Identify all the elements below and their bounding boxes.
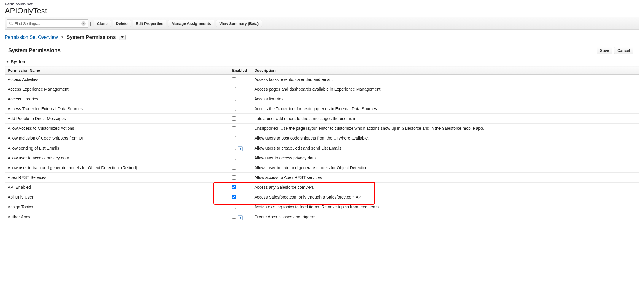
group-label: System xyxy=(11,59,26,64)
cancel-button[interactable]: Cancel xyxy=(614,47,633,54)
table-row: Api Only UserAccess Salesforce.com only … xyxy=(5,192,639,202)
clone-button[interactable]: Clone xyxy=(94,20,111,27)
clear-search-icon[interactable]: ✕ xyxy=(81,21,86,26)
permission-checkbox[interactable] xyxy=(232,107,236,111)
permission-description-cell: Assign existing topics to feed items. Re… xyxy=(251,202,639,212)
section-header: System Permissions Save Cancel xyxy=(5,47,639,57)
permission-checkbox[interactable] xyxy=(232,136,236,140)
view-summary-button[interactable]: View Summary (Beta) xyxy=(216,20,262,27)
permission-description-cell: Access any Salesforce.com API. xyxy=(251,183,639,192)
search-icon xyxy=(9,21,13,25)
search-input[interactable] xyxy=(13,21,81,26)
permission-checkbox[interactable] xyxy=(232,77,236,81)
table-row: Apex REST ServicesAllow access to Apex R… xyxy=(5,173,639,183)
collapse-icon xyxy=(6,60,9,63)
permission-name-cell: Allow sending of List Emails xyxy=(5,143,228,153)
save-button[interactable]: Save xyxy=(597,47,612,54)
permission-enabled-cell: i xyxy=(228,212,251,222)
permission-description-cell: Access tasks, events, calendar, and emai… xyxy=(251,75,639,84)
permission-name-cell: API Enabled xyxy=(5,183,228,192)
permission-checkbox[interactable] xyxy=(232,146,236,150)
permission-checkbox[interactable] xyxy=(232,166,236,170)
delete-button[interactable]: Delete xyxy=(113,20,131,27)
permission-enabled-cell xyxy=(228,192,251,202)
permission-checkbox[interactable] xyxy=(232,87,236,91)
breadcrumb: Permission Set Overview > System Permiss… xyxy=(5,30,639,43)
table-row: Author ApexiCreate Apex classes and trig… xyxy=(5,212,639,222)
permission-description-cell: Access libraries. xyxy=(251,94,639,104)
permission-description-cell: Allow users to post code snippets from t… xyxy=(251,133,639,143)
permission-enabled-cell xyxy=(228,114,251,124)
col-description: Description xyxy=(251,66,639,75)
breadcrumb-overview-link[interactable]: Permission Set Overview xyxy=(5,35,58,40)
group-header-system[interactable]: System xyxy=(5,57,639,66)
permission-checkbox[interactable] xyxy=(232,116,236,121)
breadcrumb-separator: > xyxy=(61,35,63,40)
info-icon[interactable]: i xyxy=(238,146,243,151)
permission-checkbox[interactable] xyxy=(232,185,236,189)
table-row: Add People to Direct MessagesLets a user… xyxy=(5,114,639,124)
permission-name-cell: Api Only User xyxy=(5,192,228,202)
permission-checkbox[interactable] xyxy=(232,195,236,199)
table-row: Access Tracer for External Data SourcesA… xyxy=(5,104,639,114)
table-row: Allow Inclusion of Code Snippets from UI… xyxy=(5,133,639,143)
table-row: Allow user to train and generate models … xyxy=(5,163,639,173)
permission-description-cell: Allow user to access privacy data. xyxy=(251,153,639,163)
permission-description-cell: Unsupported. Use the page layout editor … xyxy=(251,124,639,133)
permission-enabled-cell xyxy=(228,173,251,183)
object-label: Permission Set xyxy=(5,2,639,6)
permission-enabled-cell xyxy=(228,94,251,104)
permission-enabled-cell xyxy=(228,84,251,94)
permission-description-cell: Access pages and dashboards available in… xyxy=(251,84,639,94)
permission-description-cell: Allow users to create, edit and send Lis… xyxy=(251,143,639,153)
permission-name-cell: Allow Access to Customized Actions xyxy=(5,124,228,133)
permission-name-cell: Allow user to train and generate models … xyxy=(5,163,228,173)
edit-properties-button[interactable]: Edit Properties xyxy=(133,20,166,27)
table-row: API EnabledAccess any Salesforce.com API… xyxy=(5,183,639,192)
permission-description-cell: Access the Tracer tool for testing queri… xyxy=(251,104,639,114)
manage-assignments-button[interactable]: Manage Assignments xyxy=(168,20,214,27)
table-row: Assign TopicsAssign existing topics to f… xyxy=(5,202,639,212)
permission-enabled-cell xyxy=(228,124,251,133)
permission-enabled-cell xyxy=(228,183,251,192)
permission-checkbox[interactable] xyxy=(232,205,236,209)
permission-enabled-cell xyxy=(228,202,251,212)
permission-description-cell: Allow access to Apex REST services xyxy=(251,173,639,183)
permission-enabled-cell xyxy=(228,153,251,163)
permission-checkbox[interactable] xyxy=(232,97,236,101)
permission-checkbox[interactable] xyxy=(232,175,236,180)
permissions-table: Permission Name Enabled Description Acce… xyxy=(5,66,639,222)
permission-checkbox[interactable] xyxy=(232,126,236,130)
permission-enabled-cell xyxy=(228,104,251,114)
section-title: System Permissions xyxy=(8,47,597,54)
svg-line-1 xyxy=(12,24,13,25)
svg-marker-3 xyxy=(6,61,9,63)
info-icon[interactable]: i xyxy=(238,215,243,220)
permission-name-cell: Access Libraries xyxy=(5,94,228,104)
permission-enabled-cell xyxy=(228,163,251,173)
permission-checkbox[interactable] xyxy=(232,215,236,219)
permission-name-cell: Access Activities xyxy=(5,75,228,84)
permission-name-cell: Add People to Direct Messages xyxy=(5,114,228,124)
permission-enabled-cell xyxy=(228,75,251,84)
permission-description-cell: Lets a user add others to direct message… xyxy=(251,114,639,124)
table-row: Access LibrariesAccess libraries. xyxy=(5,94,639,104)
permission-description-cell: Create Apex classes and triggers. xyxy=(251,212,639,222)
page-title: APIOnlyTest xyxy=(5,6,639,15)
permission-checkbox[interactable] xyxy=(232,156,236,160)
breadcrumb-current: System Permissions xyxy=(66,34,116,40)
search-input-wrap[interactable]: ✕ xyxy=(7,19,88,28)
permission-name-cell: Assign Topics xyxy=(5,202,228,212)
permission-description-cell: Allows user to train and generate models… xyxy=(251,163,639,173)
permission-name-cell: Author Apex xyxy=(5,212,228,222)
permission-enabled-cell: i xyxy=(228,143,251,153)
permission-name-cell: Access Tracer for External Data Sources xyxy=(5,104,228,114)
table-row: Allow user to access privacy dataAllow u… xyxy=(5,153,639,163)
breadcrumb-dropdown[interactable] xyxy=(119,35,126,40)
permission-enabled-cell xyxy=(228,133,251,143)
toolbar: ✕ | Clone Delete Edit Properties Manage … xyxy=(5,17,639,30)
col-permission-name: Permission Name xyxy=(5,66,228,75)
chevron-down-icon xyxy=(121,36,124,39)
permission-name-cell: Allow user to access privacy data xyxy=(5,153,228,163)
permission-name-cell: Apex REST Services xyxy=(5,173,228,183)
